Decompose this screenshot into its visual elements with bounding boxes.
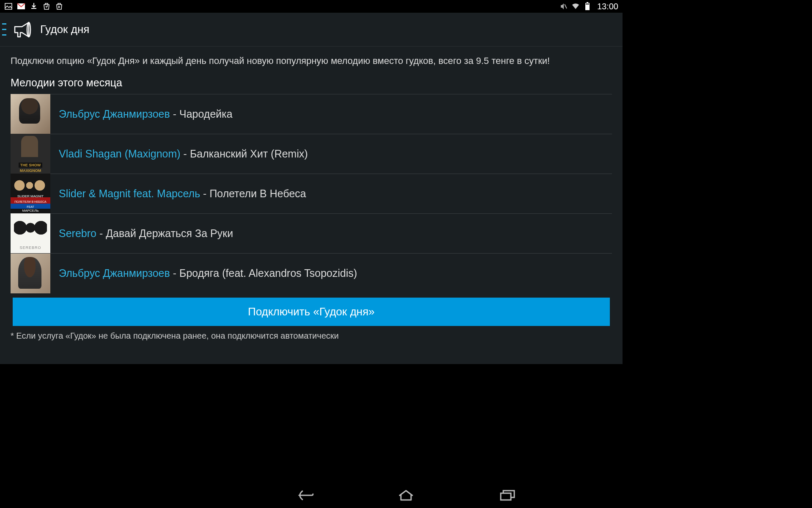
album-art — [11, 254, 50, 293]
album-art: SLIDER MAGNIT ПОЛЕТЕЛИ В НЕБЕСА FEAT МАР… — [11, 174, 50, 213]
separator: - — [96, 227, 106, 239]
track-item[interactable]: Эльбрус Джанмирзоев - Чародейка — [11, 94, 612, 134]
track-info: Эльбрус Джанмирзоев - Бродяга (feat. Ale… — [59, 266, 357, 280]
artist-name: Serebro — [59, 227, 96, 239]
status-right: 13:00 — [560, 2, 618, 11]
download-icon — [30, 2, 38, 11]
track-info: Slider & Magnit feat. Марсель - Полетели… — [59, 187, 306, 201]
image-icon — [4, 2, 13, 11]
track-title: Бродяга (feat. Alexandros Tsopozidis) — [179, 267, 357, 279]
artist-name: Vladi Shagan (Maxignom) — [59, 148, 181, 160]
mute-icon — [560, 2, 568, 11]
svg-line-3 — [565, 4, 567, 8]
status-left — [4, 2, 63, 11]
subscribe-button[interactable]: Подключить «Гудок дня» — [13, 298, 610, 326]
svg-rect-5 — [587, 2, 588, 3]
track-info: Serebro - Давай Держаться За Руки — [59, 226, 233, 240]
track-info: Vladi Shagan (Maxignom) - Балканский Хит… — [59, 147, 308, 161]
clock-time: 13:00 — [597, 2, 618, 11]
track-title: Чародейка — [179, 108, 233, 120]
status-bar: 13:00 — [0, 0, 623, 13]
artist-name: Эльбрус Джанмирзоев — [59, 267, 170, 279]
store-icon — [42, 2, 51, 11]
track-item[interactable]: Эльбрус Джанмирзоев - Бродяга (feat. Ale… — [11, 254, 612, 293]
battery-icon — [583, 2, 592, 11]
wifi-icon — [571, 2, 580, 11]
track-title: Полетели В Небеса — [209, 188, 306, 199]
separator: - — [170, 267, 179, 279]
section-title: Мелодии этого месяца — [11, 77, 612, 89]
album-art: THE SHOW MAXIGNOM — [11, 134, 50, 174]
svg-rect-0 — [5, 3, 12, 9]
gmail-icon — [17, 2, 25, 11]
album-art — [11, 213, 50, 253]
footnote-text: * Если услуга «Гудок» не была подключена… — [11, 331, 612, 341]
app-header: Гудок дня — [0, 13, 623, 47]
track-title: Балканский Хит (Remix) — [190, 148, 308, 160]
track-item[interactable]: Serebro - Давай Держаться За Руки — [11, 214, 612, 254]
megaphone-icon[interactable] — [8, 19, 34, 40]
track-info: Эльбрус Джанмирзоев - Чародейка — [59, 107, 233, 121]
separator: - — [181, 148, 190, 160]
track-item[interactable]: THE SHOW MAXIGNOM Vladi Shagan (Maxignom… — [11, 134, 612, 174]
page-title: Гудок дня — [40, 23, 89, 36]
separator: - — [200, 188, 209, 199]
main-content: Подключи опцию «Гудок Дня» и каждый день… — [0, 47, 623, 364]
svg-rect-6 — [586, 3, 589, 5]
artist-name: Slider & Magnit feat. Марсель — [59, 188, 200, 199]
track-list: Эльбрус Джанмирзоев - Чародейка THE SHOW… — [11, 94, 612, 293]
artist-name: Эльбрус Джанмирзоев — [59, 108, 170, 120]
svg-marker-2 — [58, 6, 60, 8]
description-text: Подключи опцию «Гудок Дня» и каждый день… — [11, 55, 612, 67]
separator: - — [170, 108, 179, 120]
album-art — [11, 94, 50, 134]
track-item[interactable]: SLIDER MAGNIT ПОЛЕТЕЛИ В НЕБЕСА FEAT МАР… — [11, 174, 612, 214]
drawer-indicator-icon[interactable] — [2, 21, 6, 38]
play-store-icon — [55, 2, 63, 11]
track-title: Давай Держаться За Руки — [106, 227, 233, 239]
